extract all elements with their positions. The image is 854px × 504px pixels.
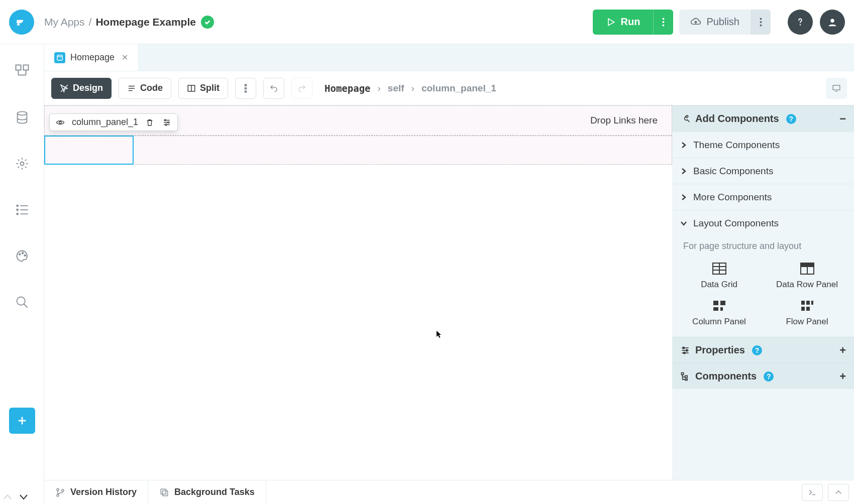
more-options-button[interactable] (235, 78, 256, 99)
svg-point-22 (19, 254, 20, 255)
collapse-button[interactable]: − (839, 112, 846, 125)
mode-code-button[interactable]: Code (119, 78, 171, 99)
sidebar-list-icon[interactable] (13, 201, 31, 219)
panel-title: Add Components (695, 113, 779, 124)
breadcrumb-current[interactable]: Homepage Example (95, 16, 196, 28)
panel-add-components-header[interactable]: Add Components ? − (672, 105, 854, 132)
run-more-button[interactable] (653, 10, 673, 35)
console-button[interactable] (802, 484, 823, 501)
vertical-dots-icon (241, 84, 250, 93)
sidebar-data-icon[interactable] (13, 108, 31, 127)
expand-button[interactable]: + (839, 344, 846, 357)
run-button[interactable]: Run (593, 10, 654, 35)
svg-rect-56 (720, 301, 725, 305)
viewport-toggle-button[interactable] (826, 78, 847, 99)
chevron-right-icon (680, 194, 687, 201)
account-button[interactable] (820, 10, 845, 35)
mouse-cursor-icon (436, 330, 442, 338)
svg-rect-58 (720, 307, 723, 311)
breadcrumb-root[interactable]: My Apps (44, 16, 85, 28)
sidebar-search-icon[interactable] (13, 293, 31, 311)
status-saved-icon (201, 16, 214, 29)
vertical-dots-icon (662, 18, 665, 27)
component-column-panel[interactable]: Column Panel (680, 300, 758, 327)
tab-version-history[interactable]: Version History (44, 480, 148, 504)
vertical-dots-icon (760, 18, 762, 27)
svg-rect-29 (57, 55, 62, 60)
svg-point-37 (245, 87, 246, 89)
svg-rect-57 (713, 307, 718, 311)
breadcrumb: My Apps / Homepage Example (44, 16, 196, 28)
selected-component[interactable] (44, 136, 134, 165)
svg-point-2 (663, 21, 665, 23)
svg-point-73 (57, 488, 59, 490)
anvil-icon (15, 16, 28, 29)
svg-point-14 (17, 111, 27, 115)
grid-icon (712, 263, 726, 275)
svg-point-7 (800, 24, 801, 26)
component-flow-panel[interactable]: Flow Panel (768, 300, 846, 327)
sidebar-theme-icon[interactable] (13, 247, 31, 265)
terminal-icon (808, 488, 817, 497)
tab-background-tasks[interactable]: Background Tasks (148, 480, 266, 504)
nav-up-button[interactable] (3, 493, 12, 502)
user-icon (827, 17, 838, 28)
run-label: Run (621, 16, 640, 28)
svg-point-38 (245, 90, 246, 92)
publish-button[interactable]: Publish (679, 10, 751, 35)
path-segment[interactable]: self (388, 83, 404, 94)
svg-rect-55 (713, 301, 718, 305)
add-button[interactable] (9, 408, 35, 434)
visibility-toggle-button[interactable] (55, 118, 66, 127)
svg-point-23 (22, 253, 23, 254)
chevron-up-icon (834, 488, 843, 497)
category-theme-components[interactable]: Theme Components (672, 132, 854, 158)
help-icon[interactable]: ? (764, 371, 774, 382)
undo-icon (269, 84, 278, 93)
sidebar-pages-icon[interactable] (13, 62, 31, 80)
tab-homepage[interactable]: Homepage ✕ (44, 44, 139, 71)
delete-button[interactable] (144, 118, 155, 127)
undo-button[interactable] (263, 78, 284, 99)
row-panel-icon (800, 263, 814, 275)
expand-button[interactable]: + (839, 370, 846, 383)
expand-bottom-button[interactable] (828, 484, 849, 501)
chevron-right-icon (680, 142, 687, 149)
panel-properties-header[interactable]: Properties ? + (672, 337, 854, 363)
redo-button[interactable] (291, 78, 312, 99)
svg-rect-62 (801, 307, 805, 311)
svg-point-6 (760, 24, 762, 26)
help-icon[interactable]: ? (786, 114, 796, 124)
svg-point-74 (57, 494, 59, 496)
publish-more-button[interactable] (751, 10, 771, 35)
mode-design-button[interactable]: Design (51, 78, 112, 99)
path-segment[interactable]: column_panel_1 (421, 83, 496, 94)
selection-name[interactable]: column_panel_1 (72, 117, 138, 128)
category-basic-components[interactable]: Basic Components (672, 158, 854, 184)
cursor-icon (60, 84, 69, 93)
help-button[interactable] (788, 10, 813, 35)
nav-down-button[interactable] (19, 493, 28, 502)
svg-point-45 (168, 121, 169, 123)
category-more-components[interactable]: More Components (672, 184, 854, 210)
app-logo[interactable] (9, 10, 34, 35)
layout-row[interactable] (44, 136, 672, 165)
mode-split-button[interactable]: Split (178, 78, 228, 99)
svg-rect-59 (801, 301, 805, 305)
component-data-row-panel[interactable]: Data Row Panel (768, 263, 846, 290)
tab-close-button[interactable]: ✕ (122, 53, 128, 62)
component-path: Homepage › self › column_panel_1 (325, 83, 496, 94)
settings-icon-button[interactable] (161, 118, 172, 127)
sidebar-settings-icon[interactable] (13, 155, 31, 173)
svg-point-5 (760, 21, 762, 23)
help-icon[interactable]: ? (752, 345, 762, 355)
panel-components-header[interactable]: Components ? + (672, 363, 854, 389)
tab-label: Homepage (70, 52, 115, 63)
form-icon (54, 52, 65, 63)
category-layout-components[interactable]: Layout Components (672, 210, 854, 236)
component-data-grid[interactable]: Data Grid (680, 263, 758, 290)
selection-toolbar: column_panel_1 (49, 113, 178, 131)
svg-point-47 (165, 124, 167, 125)
svg-rect-63 (806, 307, 810, 311)
path-segment[interactable]: Homepage (325, 83, 371, 94)
